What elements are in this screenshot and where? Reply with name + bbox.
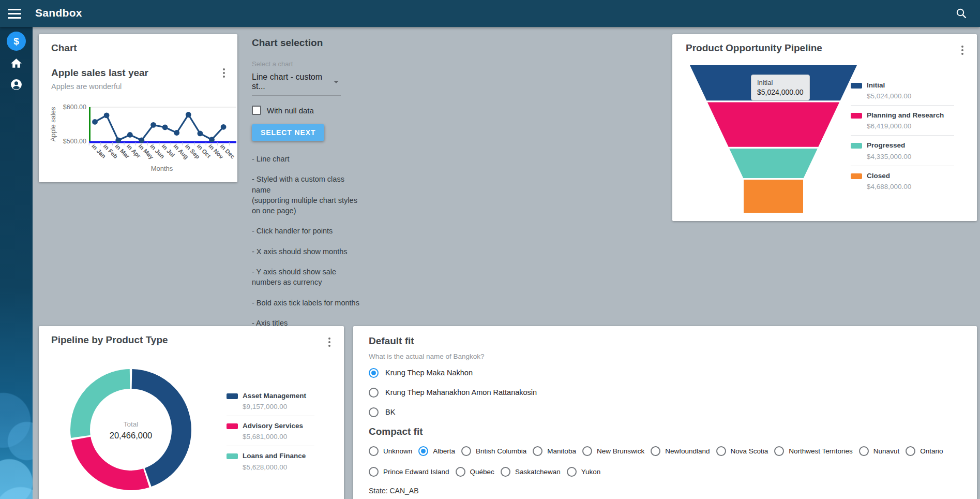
chart-point[interactable] xyxy=(198,130,203,136)
radio-option[interactable]: Krung Thep Mahanakhon Amon Rattanakosin xyxy=(369,383,961,402)
chart-point[interactable] xyxy=(209,137,215,142)
radio-option[interactable]: Yukon xyxy=(567,467,601,477)
radio-label: Yukon xyxy=(581,468,601,476)
note-item: - Line chart xyxy=(252,154,362,164)
legend-item[interactable]: Planning and Research $6,419,000.00 xyxy=(851,110,954,134)
chart-select-dropdown[interactable]: Line chart - custom st... xyxy=(252,72,341,96)
chart-point[interactable] xyxy=(127,132,133,138)
radio-button[interactable] xyxy=(906,446,915,456)
radio-button[interactable] xyxy=(369,388,379,398)
legend-value: $5,628,000.00 xyxy=(243,463,306,471)
home-icon[interactable] xyxy=(10,57,23,70)
radio-option[interactable]: Unknown xyxy=(369,446,412,456)
legend-item[interactable]: Loans and Finance $5,628,000.00 xyxy=(227,450,314,475)
line-chart-subtitle: Apples are wonderful xyxy=(51,82,225,91)
funnel-segment-closed[interactable] xyxy=(744,180,803,213)
null-data-checkbox-row[interactable]: With null data xyxy=(252,106,362,115)
dollar-icon[interactable]: $ xyxy=(7,32,26,51)
radio-button[interactable] xyxy=(369,467,379,477)
radio-button[interactable] xyxy=(369,446,379,456)
legend-value: $5,681,000.00 xyxy=(243,433,303,441)
legend-divider xyxy=(227,416,314,416)
legend-swatch xyxy=(851,143,862,149)
radio-button[interactable] xyxy=(369,368,379,378)
y-tick-600: $600.00 xyxy=(63,104,86,111)
person-icon[interactable] xyxy=(10,78,23,91)
radio-option[interactable]: Alberta xyxy=(418,446,455,456)
chart-section-title: Chart xyxy=(51,42,225,54)
legend-value: $6,419,000.00 xyxy=(867,122,944,130)
radio-option[interactable]: Newfoundland xyxy=(651,446,710,456)
sidebar: $ xyxy=(0,27,33,499)
radio-option[interactable]: New Brunswick xyxy=(582,446,644,456)
select-next-button[interactable]: SELECT NEXT xyxy=(252,124,324,141)
app-title: Sandbox xyxy=(35,7,82,19)
chart-point[interactable] xyxy=(174,130,179,136)
note-item: - Styled with a custom class name (suppo… xyxy=(252,174,362,216)
legend-item[interactable]: Progressed $4,335,000.00 xyxy=(851,140,954,164)
radio-label: British Columbia xyxy=(476,447,526,455)
default-fit-title: Default fit xyxy=(369,335,961,346)
legend-label: Closed xyxy=(867,171,911,181)
legend-swatch xyxy=(851,83,862,89)
funnel-legend: Initial $5,024,000.00 Planning and Resea… xyxy=(851,80,954,195)
radio-button[interactable] xyxy=(859,446,869,456)
note-item: - Bold axis tick labels for months xyxy=(252,298,362,308)
radio-option[interactable]: BK xyxy=(369,402,961,422)
kebab-menu-icon[interactable] xyxy=(223,68,225,70)
chart-point[interactable] xyxy=(186,112,191,118)
legend-divider xyxy=(227,446,314,446)
radio-button[interactable] xyxy=(418,446,428,456)
radio-option[interactable]: Nunavut xyxy=(859,446,899,456)
line-series xyxy=(92,112,226,143)
donut-total-label: Total xyxy=(124,420,139,428)
radio-button[interactable] xyxy=(461,446,471,456)
legend-divider xyxy=(851,166,954,166)
chart-point[interactable] xyxy=(150,122,156,128)
radio-button[interactable] xyxy=(651,446,660,456)
legend-item[interactable]: Closed $4,688,000.00 xyxy=(851,170,954,195)
chart-notes: - Line chart - Styled with a custom clas… xyxy=(252,154,362,328)
legend-swatch xyxy=(851,173,862,179)
chart-point[interactable] xyxy=(162,125,168,130)
radio-button[interactable] xyxy=(582,446,592,456)
radio-button[interactable] xyxy=(716,446,726,456)
radio-option[interactable]: Northwest Territories xyxy=(774,446,853,456)
radio-button[interactable] xyxy=(774,446,784,456)
radio-option[interactable]: Manitoba xyxy=(533,446,576,456)
search-icon[interactable] xyxy=(955,7,968,20)
radio-option[interactable]: Krung Thep Maka Nakhon xyxy=(369,363,961,383)
funnel-segment-progressed[interactable] xyxy=(729,149,818,178)
radio-option[interactable]: Québec xyxy=(456,467,494,477)
radio-option[interactable]: Prince Edward Island xyxy=(369,467,449,477)
radio-option[interactable]: Saskatchewan xyxy=(501,467,561,477)
hamburger-icon[interactable] xyxy=(8,7,22,20)
funnel-segment-planning-and-research[interactable] xyxy=(707,102,839,147)
radio-button[interactable] xyxy=(456,467,465,477)
y-axis-title: Apple sales xyxy=(49,107,57,142)
null-data-checkbox[interactable] xyxy=(252,106,261,115)
chart-point[interactable] xyxy=(221,124,227,130)
chart-point[interactable] xyxy=(115,138,121,143)
chart-point[interactable] xyxy=(104,112,110,118)
radio-button[interactable] xyxy=(533,446,542,456)
legend-value: $4,688,000.00 xyxy=(867,183,911,190)
radio-option[interactable]: British Columbia xyxy=(461,446,526,456)
radio-button[interactable] xyxy=(567,467,577,477)
legend-label: Progressed xyxy=(867,141,911,150)
chart-point[interactable] xyxy=(139,138,145,143)
legend-item[interactable]: Initial $5,024,000.00 xyxy=(851,80,954,104)
radio-label: Québec xyxy=(470,468,494,476)
radio-label: Northwest Territories xyxy=(789,447,853,455)
note-item: - Click handler for points xyxy=(252,226,362,236)
legend-item[interactable]: Advisory Services $5,681,000.00 xyxy=(227,420,314,445)
legend-divider xyxy=(851,105,954,106)
radio-option[interactable]: Nova Scotia xyxy=(716,446,768,456)
legend-item[interactable]: Asset Management $9,157,000.00 xyxy=(227,390,314,415)
legend-value: $4,335,000.00 xyxy=(867,153,911,160)
note-item: - X axis should show months xyxy=(252,246,362,257)
radio-button[interactable] xyxy=(501,467,510,477)
chart-point[interactable] xyxy=(92,119,98,125)
radio-button[interactable] xyxy=(369,407,379,417)
radio-option[interactable]: Ontario xyxy=(906,446,943,456)
